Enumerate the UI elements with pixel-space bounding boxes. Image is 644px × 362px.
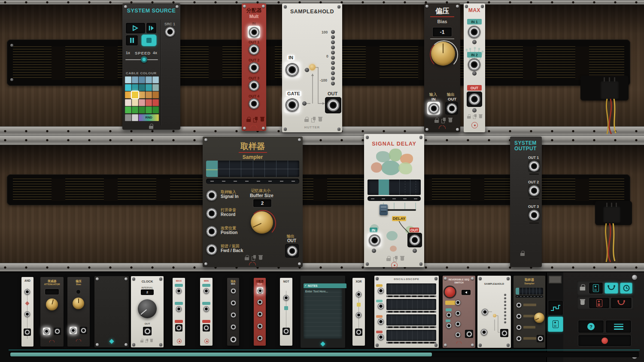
module-bias[interactable]: 偏压 Bias -1 输入 IN 输出 OUT — [424, 3, 460, 132]
lock-modules-button[interactable] — [589, 283, 603, 294]
tray-module-xor[interactable]: XOR — [352, 278, 365, 346]
in-jack[interactable] — [427, 102, 440, 115]
tray-module-notes[interactable]: NOTES Enter Text Here... — [301, 276, 345, 348]
lock-icon[interactable] — [246, 117, 251, 122]
out-jack[interactable] — [285, 244, 299, 258]
record-jack[interactable] — [206, 208, 217, 219]
cable-colour-swatch[interactable] — [152, 76, 159, 83]
cable-colour-swatch[interactable] — [152, 106, 159, 113]
module-mult[interactable]: 分配器 Mult IN OUT 1 OUT 2 OUT 3 OUT 4 — [242, 3, 266, 131]
lock-cables-button[interactable] — [605, 283, 618, 294]
tray-module-max[interactable]: MAX — [173, 278, 185, 346]
cable-colour-swatch[interactable] — [146, 106, 152, 113]
copy-icon[interactable] — [393, 256, 398, 261]
out1-jack[interactable] — [528, 160, 540, 172]
lock-icon[interactable] — [245, 255, 249, 260]
tray-module-bias[interactable]: 偏压 Bias — [67, 277, 90, 347]
bias-knob[interactable] — [431, 42, 455, 66]
tray-module-sample-hold[interactable]: SAMPLE&HOLD — [477, 276, 511, 348]
out2-jack[interactable] — [528, 185, 540, 197]
src1-jack[interactable] — [165, 27, 175, 37]
out1-jack[interactable] — [249, 44, 259, 55]
out2-jack[interactable] — [249, 62, 259, 73]
copy-icon[interactable] — [252, 255, 256, 260]
cable-colour-swatch[interactable] — [132, 106, 138, 113]
cable-colour-swatch[interactable] — [125, 99, 131, 106]
cable-colour-swatch[interactable] — [125, 106, 131, 113]
trash-icon[interactable] — [260, 117, 265, 122]
in-jack[interactable] — [368, 233, 381, 247]
cable-colour-swatch[interactable] — [139, 106, 145, 113]
gate-jack[interactable] — [284, 97, 300, 113]
tray-module-clock[interactable]: CLOCK INTERVAL 2 OUT — [131, 276, 164, 347]
module-sample-hold[interactable]: SAMPLE&HOLD 100 0 -100 IN GATE OUT — [282, 3, 342, 132]
signals-palette-tab[interactable] — [548, 301, 563, 315]
delete-cables-button[interactable] — [611, 298, 632, 308]
copy-icon[interactable] — [253, 117, 258, 122]
module-max[interactable]: MAX IN 1 IN 2 OUT — [464, 3, 485, 132]
menu-button[interactable] — [606, 320, 631, 333]
cable-colour-swatch[interactable] — [125, 84, 131, 91]
tray-module-mult[interactable]: 分配器 Mult — [254, 278, 266, 346]
cable-colour-swatch[interactable] — [132, 84, 138, 91]
tray-module-not[interactable]: NOT — [280, 278, 292, 346]
delete-modules-button[interactable] — [589, 298, 609, 308]
tray-scrollbar-thumb[interactable] — [10, 353, 432, 356]
cable-colour-swatch[interactable] — [132, 76, 138, 83]
trash-icon[interactable] — [318, 117, 323, 122]
trash-icon[interactable] — [258, 255, 263, 260]
lock-timers-button[interactable] — [620, 283, 632, 294]
out-jack[interactable] — [325, 97, 341, 113]
in-jack[interactable] — [284, 62, 300, 78]
in-jack[interactable] — [248, 26, 260, 38]
module-sampler[interactable]: 取样器 Sampler 取样输入 Signal In 打开录音 Record 改… — [203, 137, 303, 267]
tray-module-blank[interactable] — [94, 276, 129, 347]
trash-icon[interactable] — [479, 114, 483, 119]
cable-colour-swatch[interactable] — [139, 84, 145, 91]
in1-jack[interactable] — [468, 26, 480, 38]
out-jack[interactable] — [445, 102, 458, 115]
tray-module-oscilloscope[interactable]: OSCILLOSCOPE — [374, 276, 439, 348]
cable-colour-swatch[interactable] — [146, 76, 152, 83]
out-jack[interactable] — [407, 233, 422, 247]
module-signal-delay[interactable]: SIGNAL DELAY DELAY I — [364, 134, 424, 267]
cable-colour-swatch[interactable] — [152, 84, 159, 91]
cable-colour-random-swatch[interactable]: RND — [139, 114, 159, 121]
out4-jack[interactable] — [249, 98, 259, 109]
tray-module-min[interactable]: MIN — [200, 278, 213, 346]
out-jack[interactable] — [467, 91, 482, 107]
modules-palette-tab[interactable] — [548, 316, 563, 332]
cable-colour-swatch[interactable] — [152, 91, 159, 98]
cable-colour-swatch[interactable] — [132, 114, 138, 121]
stop-button[interactable] — [141, 34, 157, 46]
lock-icon[interactable] — [304, 117, 309, 122]
lock-icon[interactable] — [149, 124, 154, 129]
fwd-back-jack[interactable] — [206, 244, 217, 255]
out3-jack[interactable] — [528, 209, 540, 221]
big-red-button[interactable] — [445, 287, 455, 297]
lock-icon[interactable] — [386, 256, 391, 261]
tray-module-attenuator[interactable]: 衰减器 ATTENUATOR — [40, 277, 64, 347]
tray-module-sampler[interactable]: 取样器 Sampler — [513, 276, 545, 348]
cable-colour-swatch-selected[interactable] — [132, 91, 138, 98]
cable-colour-swatch[interactable] — [125, 76, 131, 83]
speed-slider-handle[interactable] — [141, 56, 147, 63]
module-system-output[interactable]: SYSTEM OUTPUT OUT 1 OUT 2 OUT 3 — [510, 137, 542, 267]
in2-jack[interactable] — [468, 58, 480, 71]
copy-icon[interactable] — [473, 114, 477, 119]
cable-colour-swatch[interactable] — [125, 114, 131, 121]
cable-colour-swatch[interactable] — [132, 99, 138, 106]
help-button[interactable]: ? — [578, 320, 604, 333]
play-button[interactable] — [126, 23, 145, 33]
cable-colour-swatch[interactable] — [146, 84, 152, 91]
notes-body[interactable]: Enter Text Here... — [304, 288, 342, 339]
cable-colour-swatch[interactable] — [146, 91, 152, 98]
cable-colour-swatch[interactable] — [125, 91, 131, 98]
delay-slider-handle[interactable] — [380, 204, 388, 215]
trash-icon[interactable] — [400, 256, 405, 261]
signal-in-jack[interactable] — [206, 190, 217, 201]
cable-colour-swatch[interactable] — [146, 99, 152, 106]
step-forward-button[interactable] — [146, 23, 156, 33]
trash-icon[interactable] — [448, 118, 453, 123]
cable-colour-swatch[interactable] — [139, 91, 145, 98]
